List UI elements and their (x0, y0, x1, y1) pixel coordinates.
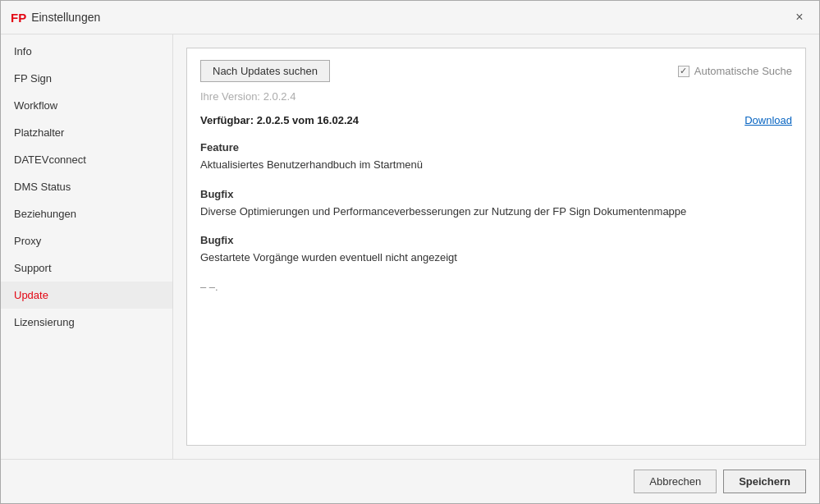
sidebar-item-proxy[interactable]: Proxy (1, 227, 172, 254)
trailing-text: – –. (200, 281, 792, 293)
cancel-button[interactable]: Abbrechen (634, 470, 717, 493)
title-bar-logo: FP Einstellungen (11, 11, 790, 25)
section-desc-1: Diverse Optimierungen und Performancever… (200, 204, 792, 220)
search-updates-button[interactable]: Nach Updates suchen (200, 60, 330, 82)
sidebar-item-lizensierung[interactable]: Lizensierung (1, 309, 172, 336)
sidebar-item-beziehungen[interactable]: Beziehungen (1, 200, 172, 227)
auto-search-checkbox[interactable]: ✓ (678, 66, 689, 77)
sidebar-item-info[interactable]: Info (1, 38, 172, 65)
save-button[interactable]: Speichern (723, 470, 806, 493)
footer: Abbrechen Speichern (1, 459, 819, 503)
current-version: Ihre Version: 2.0.2.4 (200, 90, 792, 103)
update-section-1: Bugfix Diverse Optimierungen und Perform… (200, 188, 792, 220)
section-type-1: Bugfix (200, 188, 792, 200)
sidebar-item-platzhalter[interactable]: Platzhalter (1, 119, 172, 146)
section-desc-2: Gestartete Vorgänge wurden eventuell nic… (200, 250, 792, 266)
section-type-0: Feature (200, 141, 792, 153)
sidebar: InfoFP SignWorkflowPlatzhalterDATEVconne… (1, 34, 173, 459)
available-text: Verfügbar: 2.0.2.5 vom 16.02.24 (200, 114, 359, 126)
title-bar: FP Einstellungen × (1, 1, 819, 34)
main-content: Nach Updates suchen ✓ Automatische Suche… (173, 34, 819, 459)
auto-search-label: ✓ Automatische Suche (678, 65, 792, 77)
sidebar-item-fpsign[interactable]: FP Sign (1, 65, 172, 92)
auto-search-text: Automatische Suche (694, 65, 792, 77)
dialog-title: Einstellungen (31, 11, 100, 24)
update-header: Nach Updates suchen ✓ Automatische Suche (187, 48, 805, 90)
sidebar-item-support[interactable]: Support (1, 254, 172, 282)
section-desc-0: Aktualisiertes Benutzerhandbuch im Start… (200, 157, 792, 173)
close-button[interactable]: × (790, 7, 809, 27)
sidebar-item-workflow[interactable]: Workflow (1, 92, 172, 119)
section-type-2: Bugfix (200, 234, 792, 246)
version-available: Verfügbar: 2.0.2.5 vom 16.02.24 Download (200, 114, 792, 126)
update-panel: Nach Updates suchen ✓ Automatische Suche… (186, 48, 806, 446)
update-section-2: Bugfix Gestartete Vorgänge wurden eventu… (200, 234, 792, 266)
sidebar-item-dms-status[interactable]: DMS Status (1, 173, 172, 200)
dialog-body: InfoFP SignWorkflowPlatzhalterDATEVconne… (1, 34, 819, 459)
sidebar-item-update[interactable]: Update (1, 282, 172, 309)
settings-dialog: FP Einstellungen × InfoFP SignWorkflowPl… (0, 0, 820, 504)
download-link[interactable]: Download (744, 114, 792, 126)
sidebar-item-datevconnect[interactable]: DATEVconnect (1, 146, 172, 173)
scroll-area[interactable]: Ihre Version: 2.0.2.4 Verfügbar: 2.0.2.5… (187, 90, 805, 445)
fp-logo: FP (11, 11, 26, 25)
update-section-0: Feature Aktualisiertes Benutzerhandbuch … (200, 141, 792, 173)
